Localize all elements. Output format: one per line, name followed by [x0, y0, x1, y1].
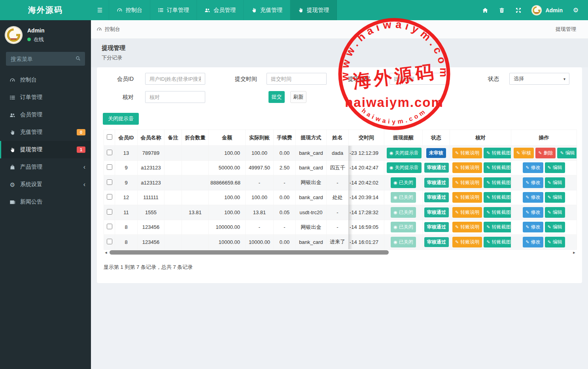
transfer-screenshot-button[interactable]: ✎转账截图 — [484, 222, 511, 232]
nav-item-orders[interactable]: 订单管理 — [150, 0, 197, 20]
row-checkbox[interactable] — [107, 239, 112, 244]
users-icon — [204, 7, 210, 13]
edit-button[interactable]: ✎编辑 — [545, 177, 565, 188]
content-card: 会员ID 提交时间 提现提醒 状态 选择▾ 核对 提交 刷新 关闭提示音 会员I… — [97, 67, 582, 283]
scroll-left-button[interactable]: ◄ — [104, 251, 108, 255]
breadcrumb-current: 提现管理 — [556, 26, 576, 33]
status-label: 状态 — [459, 76, 499, 82]
sidebar-user-panel: Admin 在线 — [0, 20, 91, 49]
transfer-note-button[interactable]: ✎转账说明 — [452, 177, 482, 188]
delete-button[interactable]: ✎删除 — [535, 148, 556, 158]
table-row: 11 1555 13.81 100.00 13.81 0.05 usdt-trc… — [104, 205, 577, 220]
sound-toggle-button[interactable]: ◉关闭提示音 — [387, 148, 422, 158]
refresh-button[interactable]: 刷新 — [290, 91, 306, 103]
transfer-screenshot-button[interactable]: ✎转账截图 — [484, 207, 511, 218]
modify-button[interactable]: ✎修改 — [523, 222, 543, 232]
cell-actual: 100.00 — [246, 190, 274, 205]
edit-button[interactable]: ✎编辑 — [545, 162, 565, 173]
edit-button[interactable]: ✎编辑 — [545, 192, 565, 203]
online-status: 在线 — [27, 36, 45, 43]
transfer-screenshot-button[interactable]: ✎转账截图 — [484, 237, 511, 247]
modify-button[interactable]: ✎修改 — [523, 177, 543, 188]
transfer-screenshot-button[interactable]: ✎转账截图 — [484, 177, 511, 188]
transfer-screenshot-button[interactable]: ✎转账截图 — [484, 162, 511, 173]
nav-item-dashboard[interactable]: 控制台 — [109, 0, 150, 20]
status-select[interactable]: 选择▾ — [509, 73, 569, 85]
sidebar-item-recharge[interactable]: 充值管理0 — [0, 124, 91, 141]
settings-button[interactable]: ⚙ — [567, 0, 584, 20]
sidebar-toggle-button[interactable]: ☰ — [91, 0, 109, 20]
check-input[interactable] — [145, 91, 205, 103]
pencil-icon: ✎ — [526, 195, 529, 200]
cell-member-name: 123456 — [138, 220, 164, 235]
edit-button[interactable]: ✎编辑 — [545, 207, 565, 218]
row-checkbox[interactable] — [107, 164, 112, 170]
edit-button[interactable]: ✎编辑 — [545, 237, 565, 247]
mute-sound-button[interactable]: 关闭提示音 — [103, 113, 139, 125]
sound-toggle-button[interactable]: ◉已关闭 — [391, 177, 416, 188]
scrollbar-track[interactable] — [108, 250, 572, 255]
sound-toggle-button[interactable]: ◉关闭提示音 — [387, 162, 422, 173]
sidebar-item-products[interactable]: 产品管理‹ — [0, 158, 91, 176]
breadcrumb-dashboard-link[interactable]: 控制台 — [96, 26, 120, 33]
sidebar-item-members[interactable]: 会员管理 — [0, 106, 91, 124]
submit-button[interactable]: 提交 — [268, 91, 285, 103]
newspaper-icon — [9, 199, 15, 205]
transfer-note-button[interactable]: ✎转账说明 — [452, 148, 482, 158]
modify-button[interactable]: ✎修改 — [523, 162, 543, 173]
nav-item-recharge[interactable]: 充值管理 — [244, 0, 290, 20]
nav-item-withdraw[interactable]: 提现管理 — [290, 0, 337, 20]
row-checkbox[interactable] — [107, 194, 112, 200]
edit-button[interactable]: ✎编辑 — [545, 222, 565, 232]
cell-fee: 0.00 — [274, 146, 296, 161]
fullscreen-button[interactable] — [510, 0, 527, 20]
transfer-note-button[interactable]: ✎转账说明 — [452, 162, 482, 173]
pencil-icon: ✎ — [455, 165, 459, 170]
scrollbar-thumb[interactable] — [110, 250, 389, 255]
sidebar-item-withdraw[interactable]: 提现管理1 — [0, 141, 91, 158]
transfer-screenshot-button[interactable]: ✎转账截图 — [484, 192, 511, 203]
transfer-note-button[interactable]: ✎转账说明 — [452, 222, 482, 232]
user-menu[interactable]: Admin — [527, 5, 567, 15]
clear-cache-button[interactable] — [493, 0, 510, 20]
withdraw-remind-input[interactable] — [389, 73, 450, 85]
submit-time-label: 提交时间 — [217, 76, 257, 82]
brand-logo[interactable]: 海外源码 — [0, 0, 91, 20]
sidebar-item-dashboard[interactable]: 控制台 — [0, 71, 91, 89]
sound-toggle-button[interactable]: ◉已关闭 — [391, 207, 416, 218]
select-all-checkbox[interactable] — [107, 134, 112, 140]
cell-remark — [164, 220, 182, 235]
home-button[interactable] — [477, 0, 493, 20]
nav-item-label: 充值管理 — [260, 7, 282, 14]
sidebar-item-orders[interactable]: 订单管理 — [0, 89, 91, 106]
audit-button[interactable]: ✎审核 — [514, 148, 534, 158]
avatar — [5, 26, 23, 44]
search-button[interactable] — [73, 55, 83, 63]
nav-item-members[interactable]: 会员管理 — [197, 0, 244, 20]
sound-toggle-button[interactable]: ◉已关闭 — [391, 192, 416, 203]
transfer-screenshot-button[interactable]: ✎转账截图 — [484, 148, 511, 158]
transfer-note-button[interactable]: ✎转账说明 — [452, 207, 482, 218]
submit-time-input[interactable] — [267, 73, 327, 85]
sound-toggle-button[interactable]: ◉已关闭 — [391, 222, 416, 232]
modify-button[interactable]: ✎修改 — [523, 237, 543, 247]
modify-button[interactable]: ✎修改 — [523, 207, 543, 218]
transfer-note-button[interactable]: ✎转账说明 — [452, 192, 482, 203]
cell-converted — [182, 220, 209, 235]
row-checkbox[interactable] — [107, 224, 112, 229]
withdrawals-table: 会员ID 会员名称 备注 折合数量 金额 实际到账 手续费 提现方式 姓名 交时… — [104, 129, 577, 250]
row-checkbox[interactable] — [107, 179, 112, 185]
sidebar-item-settings[interactable]: ⚙系统设置‹ — [0, 176, 91, 193]
scroll-right-button[interactable]: ► — [572, 251, 577, 255]
cell-actual: - — [246, 220, 274, 235]
users-icon — [9, 112, 15, 118]
row-checkbox[interactable] — [107, 150, 112, 155]
member-id-input[interactable] — [145, 73, 205, 85]
edit-button[interactable]: ✎编辑 — [557, 148, 577, 158]
sidebar-item-news[interactable]: 新闻公告 — [0, 193, 91, 211]
sound-toggle-button[interactable]: ◉已关闭 — [391, 237, 416, 247]
gauge-icon — [117, 7, 123, 13]
modify-button[interactable]: ✎修改 — [523, 192, 543, 203]
row-checkbox[interactable] — [107, 209, 112, 215]
transfer-note-button[interactable]: ✎转账说明 — [452, 237, 482, 247]
